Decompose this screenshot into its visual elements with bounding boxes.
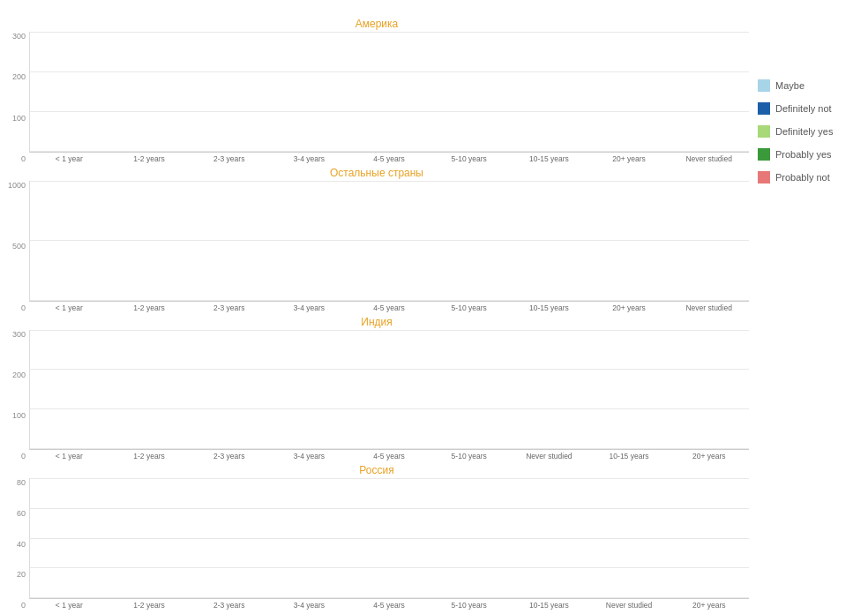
y-tick: 100 [12,411,26,420]
x-label-1-8: Never studied [669,302,749,312]
chart-block-2: Индия3002001000< 1 year1-2 years2-3 year… [4,316,749,461]
chart-inner-1: 10005000< 1 year1-2 years2-3 years3-4 ye… [4,181,749,312]
chart-content-0: < 1 year1-2 years2-3 years3-4 years4-5 y… [29,32,749,163]
x-label-2-6: Never studied [509,450,589,460]
x-label-0-5: 5-10 years [429,153,509,163]
x-label-3-5: 5-10 years [429,599,509,610]
y-tick: 200 [12,371,26,379]
y-tick: 100 [12,114,26,123]
legend-label: Definitely not [775,103,832,114]
y-tick: 0 [21,154,26,163]
chart-inner-0: 3002001000< 1 year1-2 years2-3 years3-4 … [4,32,749,163]
chart-title-2: Индия [4,316,749,328]
legend-color-box [758,125,770,138]
y-tick: 0 [21,601,26,610]
y-axis-2: 3002001000 [4,330,29,461]
x-label-0-7: 20+ years [589,153,670,163]
page-container: Америка3002001000< 1 year1-2 years2-3 ye… [0,0,868,614]
x-label-1-4: 4-5 years [349,302,430,312]
bars-area-1 [29,181,749,302]
x-label-3-8: 20+ years [669,599,749,610]
legend-color-box [758,171,770,183]
x-label-2-8: 20+ years [669,450,749,460]
chart-block-1: Остальные страны10005000< 1 year1-2 year… [4,167,749,312]
x-label-1-0: < 1 year [29,302,109,312]
y-tick: 80 [17,478,26,487]
y-axis-0: 3002001000 [4,32,29,163]
x-label-1-5: 5-10 years [429,302,509,312]
y-tick: 60 [17,509,26,518]
legend-item: Probably yes [758,148,864,161]
legend-color-box [758,148,770,161]
y-tick: 300 [12,32,26,41]
chart-inner-3: 806040200< 1 year1-2 years2-3 years3-4 y… [4,478,749,610]
y-axis-1: 10005000 [4,181,29,312]
x-label-3-0: < 1 year [29,599,109,610]
chart-block-0: Америка3002001000< 1 year1-2 years2-3 ye… [4,18,749,163]
x-label-3-4: 4-5 years [349,599,430,610]
legend-label: Probably not [775,172,830,183]
y-tick: 0 [21,303,26,312]
legend-label: Maybe [775,80,804,91]
bars-area-2 [29,330,749,451]
chart-inner-2: 3002001000< 1 year1-2 years2-3 years3-4 … [4,330,749,461]
x-label-1-7: 20+ years [589,302,670,312]
y-tick: 40 [17,540,26,549]
legend-color-box [758,79,770,92]
chart-content-3: < 1 year1-2 years2-3 years3-4 years4-5 y… [29,478,749,610]
legend-item: Probably not [758,171,864,183]
legend-label: Probably yes [775,149,832,160]
chart-title-1: Остальные страны [4,167,749,179]
y-tick: 300 [12,330,26,339]
x-label-1-2: 2-3 years [189,302,269,312]
chart-title-0: Америка [4,18,749,30]
legend-item: Definitely yes [758,125,864,138]
x-label-0-0: < 1 year [29,153,109,163]
y-axis-3: 806040200 [4,478,29,610]
x-label-2-1: 1-2 years [109,450,190,460]
x-label-2-4: 4-5 years [349,450,430,460]
legend-item: Maybe [758,79,864,92]
legend-item: Definitely not [758,102,864,115]
bars-area-0 [29,32,749,153]
x-label-0-8: Never studied [669,153,749,163]
chart-title-3: Россия [4,464,749,476]
legend-area: MaybeDefinitely notDefinitely yesProbabl… [749,9,864,610]
y-tick: 0 [21,452,26,460]
x-label-3-3: 3-4 years [269,599,349,610]
y-tick: 200 [12,72,26,81]
x-label-3-2: 2-3 years [189,599,269,610]
x-label-0-1: 1-2 years [109,153,190,163]
chart-content-2: < 1 year1-2 years2-3 years3-4 years4-5 y… [29,330,749,461]
x-label-1-1: 1-2 years [109,302,190,312]
legend-label: Definitely yes [775,126,833,137]
x-label-0-6: 10-15 years [509,153,589,163]
x-label-1-3: 3-4 years [269,302,349,312]
x-labels-1: < 1 year1-2 years2-3 years3-4 years4-5 y… [29,302,749,312]
x-label-0-2: 2-3 years [189,153,269,163]
x-label-3-7: Never studied [589,599,670,610]
x-label-3-6: 10-15 years [509,599,589,610]
x-label-2-3: 3-4 years [269,450,349,460]
x-label-0-4: 4-5 years [349,153,430,163]
x-labels-2: < 1 year1-2 years2-3 years3-4 years4-5 y… [29,450,749,460]
x-labels-0: < 1 year1-2 years2-3 years3-4 years4-5 y… [29,153,749,163]
x-label-2-7: 10-15 years [589,450,670,460]
x-label-2-5: 5-10 years [429,450,509,460]
x-label-0-3: 3-4 years [269,153,349,163]
y-tick: 20 [17,570,26,579]
x-label-3-1: 1-2 years [109,599,190,610]
legend-color-box [758,102,770,115]
bars-area-3 [29,478,749,599]
chart-block-3: Россия806040200< 1 year1-2 years2-3 year… [4,464,749,610]
x-labels-3: < 1 year1-2 years2-3 years3-4 years4-5 y… [29,599,749,610]
y-tick: 1000 [8,181,26,190]
x-label-1-6: 10-15 years [509,302,589,312]
y-tick: 500 [12,242,26,251]
charts-area: Америка3002001000< 1 year1-2 years2-3 ye… [4,9,749,610]
x-label-2-0: < 1 year [29,450,109,460]
x-label-2-2: 2-3 years [189,450,269,460]
chart-content-1: < 1 year1-2 years2-3 years3-4 years4-5 y… [29,181,749,312]
